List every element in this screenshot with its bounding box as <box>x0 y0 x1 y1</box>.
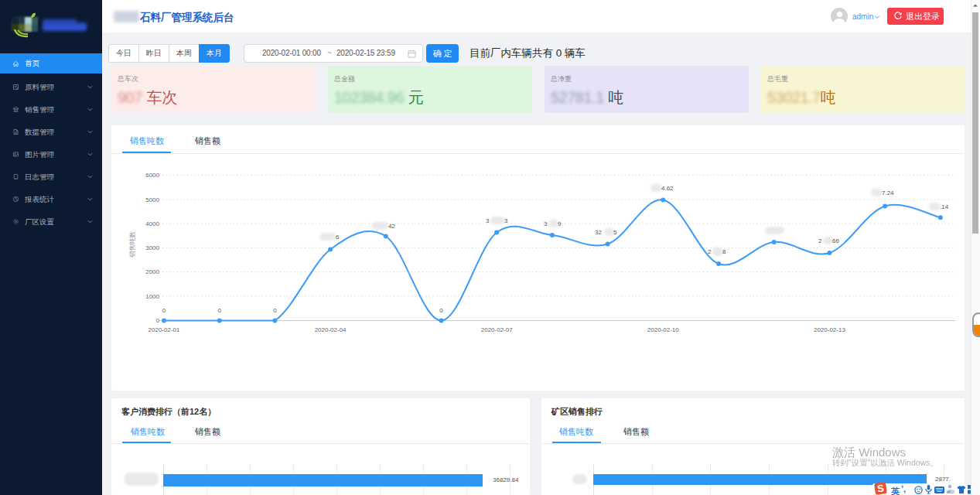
svg-text:0: 0 <box>156 317 160 324</box>
svg-text:2020-02-10: 2020-02-10 <box>647 326 679 333</box>
svg-text:2020-02-13: 2020-02-13 <box>814 326 845 333</box>
svg-text:0: 0 <box>439 307 443 314</box>
svg-text:0: 0 <box>217 307 221 314</box>
svg-text:5000: 5000 <box>145 196 159 203</box>
svg-text:2020-02-01: 2020-02-01 <box>149 326 180 333</box>
svg-text:3000: 3000 <box>145 244 159 251</box>
svg-text:2020-02-04: 2020-02-04 <box>315 326 347 333</box>
svg-text:0: 0 <box>162 307 166 314</box>
svg-text:6000: 6000 <box>145 172 159 179</box>
svg-text:4000: 4000 <box>145 220 159 227</box>
svg-text:0: 0 <box>273 307 277 314</box>
svg-text:2000: 2000 <box>145 268 159 275</box>
svg-text:2020-02-07: 2020-02-07 <box>481 326 513 333</box>
svg-text:销售吨数: 销售吨数 <box>128 231 136 258</box>
svg-text:1000: 1000 <box>145 293 159 300</box>
